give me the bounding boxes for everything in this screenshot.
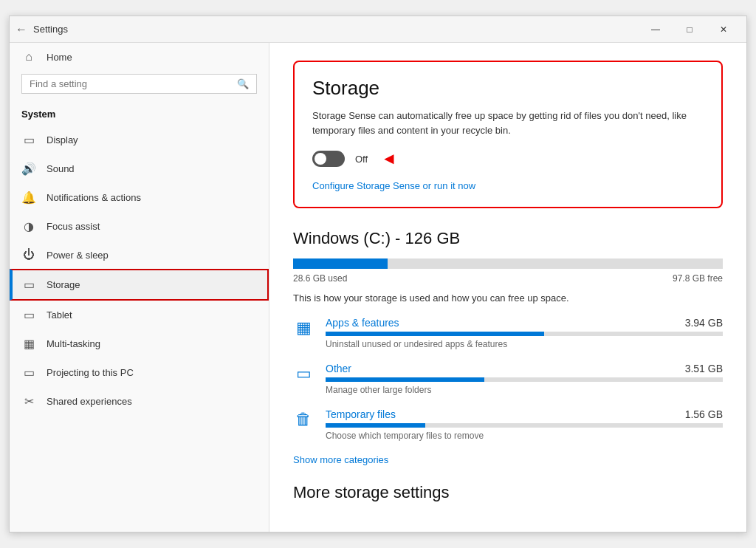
sidebar-item-focus[interactable]: ◑ Focus assist [10,212,269,241]
storage-bar-track [293,258,723,269]
apps-name-link[interactable]: Apps & features [326,317,399,329]
apps-desc: Uninstall unused or undesired apps & fea… [326,339,723,349]
sidebar-projecting-label: Projecting to this PC [47,367,134,378]
sidebar-multitasking-label: Multi-tasking [47,338,100,349]
shared-icon: ✂ [21,394,36,408]
titlebar: ← Settings — □ ✕ [10,16,746,43]
sidebar-item-home[interactable]: ⌂ Home [10,43,269,71]
temp-bar-fill [326,423,425,428]
other-bar-fill [326,377,484,382]
other-content: Other 3.51 GB Manage other large folders [326,363,723,395]
storage-icon: ▭ [21,278,36,292]
sidebar-item-display[interactable]: ▭ Display [10,126,269,154]
search-input[interactable] [30,78,231,89]
main-content: Storage Storage Sense can automatically … [269,43,746,532]
sidebar-item-tablet[interactable]: ▭ Tablet [10,301,269,329]
temp-header: Temporary files 1.56 GB [326,408,723,420]
maximize-button[interactable]: □ [673,16,707,43]
storage-item-temp: 🗑 Temporary files 1.56 GB Choose which t… [293,408,723,441]
sound-icon: 🔊 [21,162,36,176]
multitasking-icon: ▦ [21,337,36,351]
sidebar-notifications-label: Notifications & actions [47,192,141,203]
sidebar-tablet-label: Tablet [47,309,72,321]
storage-bar-labels: 28.6 GB used 97.8 GB free [293,273,723,284]
settings-window: ← Settings — □ ✕ ⌂ Home 🔍 System [9,16,747,532]
toggle-label: Off [355,154,368,165]
sidebar-shared-label: Shared experiences [47,396,132,407]
window-content: ⌂ Home 🔍 System ▭ Display 🔊 Sound [10,43,746,532]
storage-sense-title: Storage [312,77,704,100]
other-bar [326,377,723,382]
free-label: 97.8 GB free [673,273,723,284]
sidebar-item-home-label: Home [47,52,72,63]
configure-storage-link[interactable]: Configure Storage Sense or run it now [312,180,475,191]
apps-size: 3.94 GB [685,317,723,329]
temp-bar [326,423,723,428]
projecting-icon: ▭ [21,366,36,380]
drive-section-title: Windows (C:) - 126 GB [293,229,723,248]
search-icon: 🔍 [237,78,249,89]
home-icon: ⌂ [21,50,36,64]
arrow-indicator-icon: ◄ [381,149,397,168]
system-section-label: System [10,103,269,126]
storage-bar-container: 28.6 GB used 97.8 GB free [293,258,723,284]
apps-content: Apps & features 3.94 GB Uninstall unused… [326,317,723,349]
sidebar-item-multitasking[interactable]: ▦ Multi-tasking [10,329,269,358]
sidebar-item-power[interactable]: ⏻ Power & sleep [10,241,269,269]
apps-bar [326,332,723,336]
display-icon: ▭ [21,133,36,147]
other-name-link[interactable]: Other [326,363,351,374]
focus-icon: ◑ [21,219,36,233]
temp-content: Temporary files 1.56 GB Choose which tem… [326,408,723,441]
temp-name-link[interactable]: Temporary files [326,408,396,420]
sidebar-sound-label: Sound [47,163,75,174]
toggle-row: Off ◄ [312,149,704,168]
other-size: 3.51 GB [685,363,723,374]
toggle-knob [315,153,326,165]
show-more-link[interactable]: Show more categories [293,454,723,465]
sidebar-item-projecting[interactable]: ▭ Projecting to this PC [10,358,269,387]
titlebar-left: ← Settings [16,23,68,36]
storage-item-other: ▭ Other 3.51 GB Manage other large folde… [293,363,723,395]
storage-bar-fill [293,258,388,269]
window-title: Settings [33,24,68,35]
storage-sense-box: Storage Storage Sense can automatically … [293,61,723,208]
apps-header: Apps & features 3.94 GB [326,317,723,329]
apps-bar-fill [326,332,544,336]
close-button[interactable]: ✕ [707,16,740,43]
back-arrow-icon[interactable]: ← [16,23,27,36]
other-header: Other 3.51 GB [326,363,723,374]
window-controls: — □ ✕ [639,16,740,43]
sidebar: ⌂ Home 🔍 System ▭ Display 🔊 Sound [10,43,269,532]
storage-sense-description: Storage Sense can automatically free up … [312,109,704,137]
sidebar-power-label: Power & sleep [47,250,109,261]
power-icon: ⏻ [21,248,36,261]
other-icon: ▭ [293,364,314,383]
tablet-icon: ▭ [21,308,36,322]
sidebar-item-shared[interactable]: ✂ Shared experiences [10,387,269,416]
search-box[interactable]: 🔍 [21,74,257,94]
storage-item-apps: ▦ Apps & features 3.94 GB Uninstall unus… [293,317,723,349]
sidebar-display-label: Display [47,134,78,145]
sidebar-item-storage[interactable]: ▭ Storage [10,269,269,301]
sidebar-focus-label: Focus assist [47,221,100,232]
temp-desc: Choose which temporary files to remove [326,431,723,441]
other-desc: Manage other large folders [326,385,723,395]
temp-size: 1.56 GB [685,408,723,420]
more-settings-title: More storage settings [293,483,723,502]
sidebar-item-sound[interactable]: 🔊 Sound [10,154,269,183]
sidebar-item-notifications[interactable]: 🔔 Notifications & actions [10,183,269,212]
storage-sense-toggle[interactable] [312,151,345,167]
notifications-icon: 🔔 [21,191,36,205]
storage-usage-description: This is how your storage is used and how… [293,292,723,304]
apps-icon: ▦ [293,318,314,338]
temp-icon: 🗑 [293,410,314,429]
used-label: 28.6 GB used [293,273,347,284]
minimize-button[interactable]: — [639,16,673,43]
sidebar-storage-label: Storage [47,279,80,290]
